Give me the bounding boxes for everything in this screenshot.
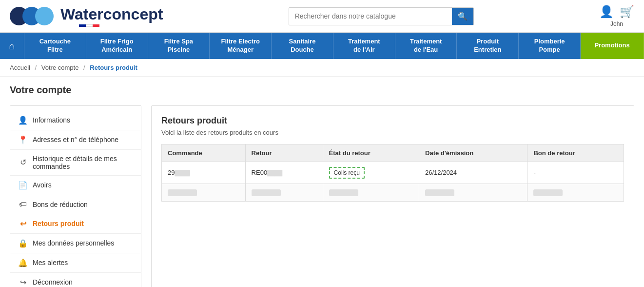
person-icon: 👤 [18, 116, 28, 125]
nav-promotions[interactable]: Promotions [581, 33, 644, 59]
cart-icon[interactable]: 🛒 [620, 5, 634, 19]
location-icon: 📍 [18, 135, 28, 144]
header: Waterconcept 🔍 👤 🛒 John [0, 0, 644, 33]
logo-area: Waterconcept [10, 5, 163, 27]
document-icon: 📄 [18, 181, 28, 190]
col-etat: État du retour [323, 144, 419, 162]
sidebar-label-informations: Informations [33, 116, 70, 124]
sidebar-label-adresses: Adresses et n° de téléphone [33, 136, 118, 144]
nav-traitement-air[interactable]: Traitementde l'Air [333, 33, 395, 59]
logo-flag-row [79, 24, 99, 27]
nav-sanitaire[interactable]: SanitaireDouche [272, 33, 333, 59]
breadcrumb-sep-2: / [83, 64, 85, 71]
page-title: Votre compte [10, 84, 634, 96]
search-input[interactable] [289, 8, 452, 24]
user-person-icon[interactable]: 👤 [599, 5, 614, 19]
content-title: Retours produit [161, 116, 624, 126]
cell-bon-2 [527, 184, 624, 201]
retour-value-1: RE00 [252, 169, 268, 176]
retour-blur-2 [252, 189, 281, 196]
bon-blur-2 [533, 189, 563, 196]
etat-blur-2 [329, 189, 358, 196]
sidebar-label-bons: Bons de réduction [33, 201, 88, 208]
sidebar-label-retours: Retours produit [33, 220, 84, 227]
sidebar-item-historique[interactable]: ↺ Historique et détails de mes commandes [10, 150, 141, 176]
logo-water: Water [60, 5, 103, 23]
commande-blur-1: ████ [175, 170, 190, 176]
breadcrumb-current: Retours produit [90, 64, 137, 71]
sidebar-item-alertes[interactable]: 🔔 Mes alertes [10, 253, 141, 273]
cell-etat-2 [323, 184, 419, 201]
logo-concept: concept [103, 5, 163, 23]
col-retour: Retour [245, 144, 323, 162]
sidebar-label-avoirs: Avoirs [33, 181, 52, 189]
col-commande: Commande [162, 144, 246, 162]
nav-filtre-spa[interactable]: Filtre SpaPiscine [148, 33, 210, 59]
sidebar: 👤 Informations 📍 Adresses et n° de télép… [10, 105, 141, 287]
table-row: 29████ RE00████ Colis reçu 26/12/2024 - [162, 162, 624, 184]
cell-etat-1: Colis reçu [323, 162, 419, 184]
nav-home[interactable]: ⌂ [0, 33, 24, 59]
cell-commande-1: 29████ [162, 162, 246, 184]
sidebar-item-adresses[interactable]: 📍 Adresses et n° de téléphone [10, 130, 141, 150]
content-area: Retours produit Voici la liste des retou… [151, 105, 634, 287]
nav-produit-entretien[interactable]: ProduitEntretien [457, 33, 519, 59]
user-area: 👤 🛒 John [599, 5, 634, 27]
commande-blur-2 [168, 189, 197, 196]
nav-cartouche-filtre[interactable]: CartoucheFiltre [24, 33, 86, 59]
sidebar-item-informations[interactable]: 👤 Informations [10, 111, 141, 130]
flag-blue [79, 24, 86, 27]
nav-filtre-electro[interactable]: Filtre ElectroMénager [210, 33, 272, 59]
logout-icon: ↪ [18, 278, 28, 287]
breadcrumb: Accueil / Votre compte / Retours produit [0, 59, 644, 77]
cell-commande-2 [162, 184, 246, 201]
commande-value-1: 29 [168, 169, 175, 176]
status-badge: Colis reçu [329, 167, 365, 179]
sidebar-item-deconnexion[interactable]: ↪ Déconnexion [10, 273, 141, 287]
nav-traitement-eau[interactable]: Traitementde l'Eau [395, 33, 457, 59]
search-area: 🔍 [289, 7, 474, 25]
flag-white [86, 24, 93, 27]
col-date: Date d'émission [419, 144, 527, 162]
sidebar-label-alertes: Mes alertes [33, 259, 68, 266]
logo-circles [10, 7, 48, 25]
sidebar-item-donnees[interactable]: 🔒 Mes données personnelles [10, 234, 141, 253]
breadcrumb-account[interactable]: Votre compte [41, 64, 79, 71]
user-name: John [610, 20, 623, 27]
retour-blur-1: ████ [267, 170, 282, 176]
nav-plomberie[interactable]: PlomberiePompe [519, 33, 581, 59]
cell-date-1: 26/12/2024 [419, 162, 527, 184]
history-icon: ↺ [18, 158, 28, 167]
table-row [162, 184, 624, 201]
flag-red [93, 24, 99, 27]
table-head: Commande Retour État du retour Date d'ém… [162, 144, 624, 162]
nav-bar: ⌂ CartoucheFiltre Filtre FrigoAméricain … [0, 33, 644, 59]
date-blur-2 [425, 189, 454, 196]
content-subtitle: Voici la liste des retours produits en c… [161, 129, 624, 136]
search-button[interactable]: 🔍 [452, 8, 473, 25]
sidebar-label-historique: Historique et détails de mes commandes [33, 155, 133, 170]
lock-icon: 🔒 [18, 239, 28, 248]
sidebar-label-deconnexion: Déconnexion [33, 278, 73, 286]
table-header-row: Commande Retour État du retour Date d'ém… [162, 144, 624, 162]
main-content: 👤 Informations 📍 Adresses et n° de télép… [0, 96, 644, 287]
cell-retour-2 [245, 184, 323, 201]
returns-table: Commande Retour État du retour Date d'ém… [161, 144, 624, 202]
return-icon: ↩ [18, 219, 28, 228]
sidebar-item-bons[interactable]: 🏷 Bons de réduction [10, 195, 141, 214]
col-bon: Bon de retour [527, 144, 624, 162]
table-body: 29████ RE00████ Colis reçu 26/12/2024 - [162, 162, 624, 201]
sidebar-item-avoirs[interactable]: 📄 Avoirs [10, 176, 141, 195]
cell-retour-1: RE00████ [245, 162, 323, 184]
nav-filtre-frigo[interactable]: Filtre FrigoAméricain [86, 33, 148, 59]
circle-blue2 [35, 7, 54, 25]
cell-bon-1: - [527, 162, 624, 184]
tag-icon: 🏷 [18, 200, 28, 209]
logo-text: Waterconcept [60, 5, 163, 23]
breadcrumb-home[interactable]: Accueil [10, 64, 30, 71]
sidebar-item-retours[interactable]: ↩ Retours produit [10, 214, 141, 234]
cell-date-2 [419, 184, 527, 201]
sidebar-label-donnees: Mes données personnelles [33, 239, 114, 247]
logo-wrapper: Waterconcept [52, 5, 163, 27]
user-icons: 👤 🛒 [599, 5, 634, 19]
